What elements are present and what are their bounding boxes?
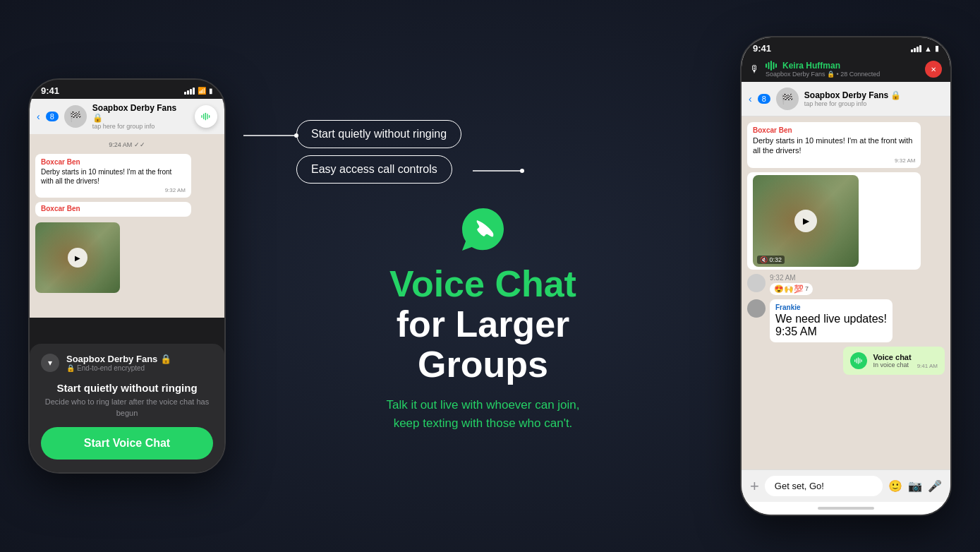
right-group-sub: tap here for group info — [804, 100, 943, 107]
svg-rect-4 — [209, 115, 210, 118]
start-voice-chat-button[interactable]: Start Voice Chat — [41, 427, 213, 460]
reaction-emojis: 😍🙌💯 — [774, 284, 804, 294]
call-bar-name: Keira Huffman — [766, 61, 880, 71]
right-sender-name: Boxcar Ben — [753, 126, 915, 134]
collapse-button[interactable]: ▾ — [41, 354, 59, 372]
waveform-icon — [200, 111, 212, 122]
frankie-time: 9:35 AM — [775, 325, 887, 338]
sheet-encrypted: 🔒 End-to-end encrypted — [66, 364, 171, 372]
sheet-group-name: Soapbox Derby Fans 🔒 — [66, 354, 171, 364]
frankie-row: Frankie We need live updates! 9:35 AM — [747, 299, 945, 342]
reactions-area: 9:32 AM 😍🙌💯 7 — [770, 274, 813, 295]
voice-chat-title: Voice chat — [873, 353, 911, 361]
right-chat-header-info: Soapbox Derby Fans 🔒 tap here for group … — [804, 90, 943, 107]
home-indicator — [818, 507, 874, 510]
back-button[interactable]: ‹ — [37, 111, 40, 122]
message-input[interactable]: Get set, Go! — [765, 476, 883, 496]
add-attachment-button[interactable]: + — [750, 477, 759, 496]
main-title: Voice Chat for Larger Groups — [389, 264, 576, 385]
right-phone: 9:41 ▲ ▮ 🎙 — [740, 36, 952, 516]
svg-rect-17 — [860, 358, 861, 363]
callout-list: Start quietly without ringing Easy acces… — [240, 120, 726, 184]
svg-rect-0 — [201, 115, 202, 118]
signal-bars-icon — [184, 88, 195, 95]
right-video-thumbnail: ▶ 🔇 0:32 — [753, 175, 859, 267]
right-play-button[interactable]: ▶ — [794, 210, 817, 232]
boxcar-label: Boxcar Ben — [41, 205, 186, 212]
call-bar: 🎙 Keira Huffman Soapbox Derby Fans 🔒 • 2… — [742, 56, 950, 82]
svg-rect-1 — [203, 114, 204, 119]
voice-record-button[interactable]: 🎤 — [928, 479, 942, 493]
message-time: 9:32 AM — [41, 187, 186, 193]
svg-rect-18 — [861, 359, 862, 362]
home-indicator-area — [742, 502, 950, 515]
center-content: Start quietly without ringing Easy acces… — [226, 120, 740, 433]
reaction-pill: 😍🙌💯 7 — [770, 283, 813, 295]
right-message-time: 9:32 AM — [753, 157, 915, 164]
frankie-bubble: Frankie We need live updates! 9:35 AM — [770, 299, 893, 342]
right-back-button[interactable]: ‹ — [749, 93, 752, 104]
left-time: 9:41 — [41, 85, 59, 96]
frankie-avatar — [747, 299, 766, 318]
voice-chat-sub: In voice chat — [873, 361, 911, 368]
right-chat-header: ‹ 8 🏁 Soapbox Derby Fans 🔒 tap here for … — [742, 82, 950, 116]
call-end-button[interactable]: ✕ — [925, 61, 942, 78]
main-scene: 9:41 📶 ▮ ‹ 8 🏁 Soapbox Derby Fans 🔒 tap … — [0, 0, 980, 552]
sheet-desc: Decide who to ring later after the voice… — [41, 397, 213, 419]
play-button[interactable]: ▶ — [68, 248, 87, 268]
svg-rect-2 — [205, 113, 206, 121]
video-thumbnail: ▶ — [35, 222, 120, 293]
message-bubble: Boxcar Ben Derby starts in 10 minutes! I… — [35, 154, 191, 198]
sheet-group-info: Soapbox Derby Fans 🔒 🔒 End-to-end encryp… — [66, 354, 171, 372]
timestamp: 9:24 AM ✓✓ — [35, 141, 219, 148]
reactions-row: 😍🙌💯 7 — [770, 283, 813, 295]
svg-rect-9 — [766, 64, 767, 68]
voice-waveform-icon — [854, 356, 864, 366]
right-status-icons: ▲ ▮ — [911, 44, 939, 53]
callout-controls: Easy access call controls — [296, 155, 452, 184]
message-text: Derby starts in 10 minutes! I'm at the f… — [41, 167, 186, 186]
svg-rect-16 — [858, 357, 859, 364]
chat-header-info: Soapbox Derby Fans 🔒 tap here for group … — [92, 103, 189, 130]
svg-rect-10 — [768, 62, 770, 69]
group-name: Soapbox Derby Fans 🔒 — [92, 103, 189, 123]
right-input-bar: + Get set, Go! 🙂 📷 🎤 — [742, 469, 950, 502]
voice-button[interactable] — [195, 105, 217, 128]
video-bubble: ▶ 🔇 0:32 — [747, 172, 921, 270]
sender-name-bubble: Boxcar Ben — [35, 202, 191, 217]
group-sub: tap here for group info — [92, 123, 189, 130]
svg-rect-15 — [857, 358, 857, 363]
callouts-container: Start quietly without ringing Easy acces… — [240, 120, 726, 184]
voice-chat-time: 9:41 AM — [917, 363, 938, 369]
left-status-icons: 📶 ▮ — [184, 87, 213, 95]
voice-chat-info: Voice chat In voice chat — [873, 353, 911, 368]
camera-button[interactable]: 📷 — [908, 479, 922, 493]
reaction-count: 7 — [805, 285, 809, 292]
lock-icon: 🔒 — [66, 364, 75, 372]
svg-rect-11 — [770, 61, 772, 71]
right-group-avatar: 🏁 — [776, 88, 799, 110]
right-time: 9:41 — [753, 43, 771, 54]
group-avatar: 🏁 — [64, 105, 87, 128]
voice-wave-icon — [850, 352, 867, 369]
sheet-title: Start quietly without ringing — [41, 382, 213, 394]
video-duration: 🔇 0:32 — [757, 256, 785, 264]
right-status-bar: 9:41 ▲ ▮ — [742, 37, 950, 56]
svg-rect-13 — [775, 64, 777, 68]
right-message-bubble: Boxcar Ben Derby starts in 10 minutes! I… — [747, 122, 921, 168]
right-message-text: Derby starts in 10 minutes! I'm at the f… — [753, 136, 915, 156]
back-badge: 8 — [46, 112, 59, 121]
left-chat-header: ‹ 8 🏁 Soapbox Derby Fans 🔒 tap here for … — [30, 99, 224, 134]
svg-rect-12 — [773, 62, 775, 69]
right-wifi-icon: ▲ — [924, 44, 932, 53]
sheet-header: ▾ Soapbox Derby Fans 🔒 🔒 End-to-end encr… — [41, 354, 213, 372]
emoji-button[interactable]: 🙂 — [888, 479, 902, 493]
right-group-name: Soapbox Derby Fans 🔒 — [804, 90, 943, 100]
right-battery-icon: ▮ — [935, 44, 939, 53]
title-line3: Groups — [389, 344, 576, 385]
wifi-icon: 📶 — [198, 87, 206, 95]
battery-icon: ▮ — [209, 87, 213, 95]
call-waveform-icon — [766, 61, 780, 71]
frankie-name: Frankie — [775, 304, 887, 311]
mic-icon: 🎙 — [750, 64, 760, 75]
